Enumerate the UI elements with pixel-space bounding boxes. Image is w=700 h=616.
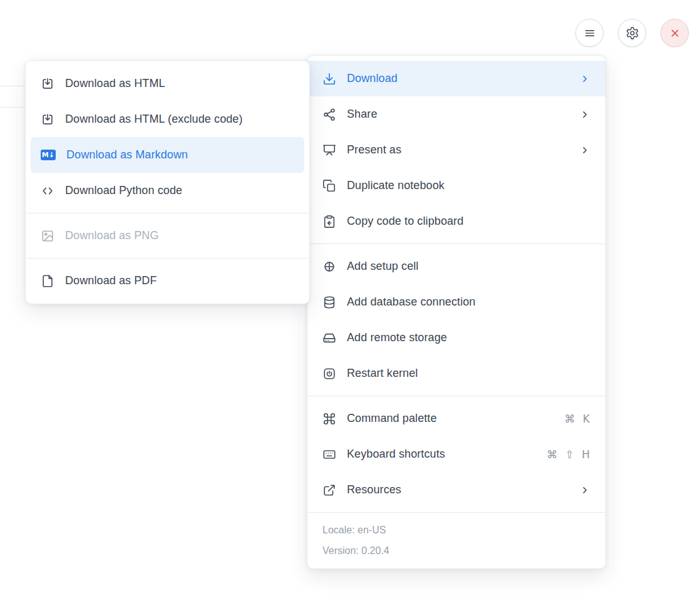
chevron-right-icon (579, 145, 590, 156)
menu-separator (307, 244, 605, 244)
menu-item-copy-code[interactable]: Copy code to clipboard (307, 203, 605, 239)
locale-text: Locale: en-US (322, 525, 590, 536)
share-icon (322, 108, 336, 121)
hamburger-icon (583, 26, 597, 40)
gear-icon (625, 26, 639, 40)
submenu-item-label: Download Python code (65, 184, 294, 197)
menu-item-label: Duplicate notebook (347, 179, 590, 192)
submenu-item-label: Download as Markdown (66, 148, 294, 162)
image-icon (41, 229, 54, 243)
file-icon (41, 274, 54, 288)
duplicate-icon (322, 179, 336, 193)
menu-item-add-remote-storage[interactable]: Add remote storage (307, 320, 605, 356)
menu-item-resources[interactable]: Resources (307, 472, 605, 508)
database-icon (322, 295, 336, 309)
menu-item-add-database-connection[interactable]: Add database connection (307, 284, 605, 320)
menu-item-keyboard-shortcuts[interactable]: Keyboard shortcuts ⌘ ⇧ H (307, 436, 605, 472)
submenu-item-label: Download as PDF (65, 274, 294, 287)
plus-circle-icon (322, 260, 336, 274)
submenu-item-download-as-markdown[interactable]: M↓ Download as Markdown (31, 137, 304, 173)
menu-item-download[interactable]: Download (307, 61, 605, 96)
menu-footer: Locale: en-US Version: 0.20.4 (307, 517, 605, 563)
download-submenu: Download as HTML Download as HTML (exclu… (25, 60, 310, 304)
markdown-icon: M↓ (41, 150, 56, 160)
download-icon (322, 72, 336, 86)
command-icon (322, 412, 336, 426)
menu-item-label: Resources (347, 483, 569, 496)
hard-drive-icon (322, 331, 336, 345)
version-text: Version: 0.20.4 (322, 545, 590, 557)
menu-item-label: Keyboard shortcuts (347, 448, 536, 461)
menu-item-label: Present as (347, 143, 569, 157)
menu-item-present-as[interactable]: Present as (307, 132, 605, 168)
presentation-icon (322, 143, 336, 157)
menu-item-label: Restart kernel (347, 367, 590, 380)
x-icon (668, 26, 682, 40)
folder-download-icon (41, 113, 54, 126)
chevron-right-icon (579, 485, 590, 496)
menu-item-restart-kernel[interactable]: Restart kernel (307, 356, 605, 391)
keyboard-shortcut: ⌘ ⇧ H (547, 448, 590, 461)
menu-separator (26, 213, 309, 213)
submenu-item-download-python-code[interactable]: Download Python code (26, 173, 309, 208)
chevron-right-icon (579, 73, 590, 85)
menu-item-label: Add setup cell (347, 260, 590, 273)
menu-item-label: Add database connection (347, 295, 590, 309)
menu-item-add-setup-cell[interactable]: Add setup cell (307, 249, 605, 284)
menu-button[interactable] (575, 19, 604, 47)
menu-item-label: Add remote storage (347, 331, 590, 344)
code-icon (41, 184, 54, 198)
external-link-icon (322, 483, 336, 497)
menu-item-duplicate-notebook[interactable]: Duplicate notebook (307, 168, 605, 203)
notebook-actions-menu: Download Share Present as Duplicate note… (307, 55, 606, 569)
menu-item-label: Command palette (347, 412, 553, 425)
clipboard-copy-icon (322, 215, 336, 228)
menu-separator (26, 258, 309, 259)
keyboard-icon (322, 448, 336, 461)
underlying-page-border (0, 86, 26, 86)
power-icon (322, 367, 336, 381)
close-button[interactable] (661, 19, 689, 47)
menu-separator (307, 512, 605, 513)
menu-separator (307, 396, 605, 396)
settings-button[interactable] (618, 19, 646, 47)
menu-item-label: Download (347, 72, 569, 85)
menu-item-label: Share (347, 108, 569, 121)
submenu-item-label: Download as HTML (exclude code) (65, 113, 294, 126)
submenu-item-download-as-html-exclude-code[interactable]: Download as HTML (exclude code) (26, 101, 309, 137)
keyboard-shortcut: ⌘ K (564, 413, 590, 425)
chevron-right-icon (579, 109, 590, 120)
menu-item-command-palette[interactable]: Command palette ⌘ K (307, 401, 605, 436)
submenu-item-download-as-png[interactable]: Download as PNG (26, 218, 309, 254)
submenu-item-label: Download as HTML (65, 77, 294, 90)
submenu-item-download-as-pdf[interactable]: Download as PDF (26, 263, 309, 299)
submenu-item-download-as-html[interactable]: Download as HTML (26, 66, 309, 101)
submenu-item-label: Download as PNG (65, 229, 294, 242)
underlying-page-border (0, 107, 26, 108)
folder-download-icon (41, 77, 54, 91)
menu-item-share[interactable]: Share (307, 96, 605, 132)
menu-item-label: Copy code to clipboard (347, 215, 590, 228)
